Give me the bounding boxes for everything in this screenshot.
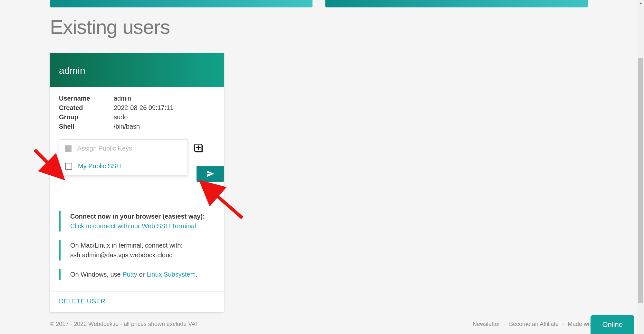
indeterminate-icon	[65, 145, 72, 152]
kv-created: Created 2022-08-26 09:17:11	[59, 104, 215, 112]
footer-affiliate-link[interactable]: Become an Affiliate	[509, 321, 559, 327]
created-value: 2022-08-26 09:17:11	[114, 104, 174, 112]
shell-label: Shell	[59, 123, 114, 130]
footer-links: Newsletter - Become an Affiliate - Made …	[473, 321, 594, 328]
scrollbar-up-button[interactable]	[637, 0, 644, 7]
group-label: Group	[59, 113, 114, 121]
chevron-up-icon	[639, 2, 642, 5]
kv-username: Username admin	[59, 95, 215, 102]
add-key-button[interactable]	[194, 144, 204, 153]
connect-section: Connect now in your browser (easiest way…	[50, 211, 224, 291]
connect-browser-block: Connect now in your browser (easiest way…	[59, 211, 215, 231]
kv-group: Group sudo	[59, 113, 215, 121]
username-label: Username	[59, 95, 114, 102]
user-card-footer: DELETE USER	[50, 291, 224, 312]
connect-maclinux-line2: ssh admin@das.vps.webdock.cloud	[70, 250, 215, 260]
assign-keys-area: Assign Public Keys My Public SSH	[59, 139, 215, 175]
scrollbar-thumb[interactable]	[638, 58, 643, 303]
add-key-plus-icon	[194, 144, 204, 153]
checkbox-my-public-ssh[interactable]	[65, 163, 72, 170]
delete-user-button[interactable]: DELETE USER	[59, 298, 105, 305]
user-card-admin: admin Username admin Created 2022-08-26 …	[50, 53, 224, 312]
footer-copyright: © 2017 - 2022 Webdock.io - all prices sh…	[50, 321, 199, 328]
connect-maclinux-line1: On Mac/Linux in terminal, connect with:	[70, 241, 215, 250]
user-card-header: admin	[50, 53, 224, 87]
page-root: Existing users admin Username admin Crea…	[0, 0, 644, 334]
assign-keys-dropdown[interactable]: Assign Public Keys My Public SSH	[59, 139, 188, 175]
putty-link[interactable]: Putty	[122, 271, 137, 278]
teal-bar-right	[325, 0, 588, 7]
footer-bar: © 2017 - 2022 Webdock.io - all prices sh…	[0, 314, 644, 334]
connect-maclinux-block: On Mac/Linux in terminal, connect with: …	[59, 240, 215, 260]
assign-keys-header-label: Assign Public Keys	[77, 145, 132, 152]
online-status-label: Online	[602, 320, 623, 329]
footer-sep: -	[562, 321, 564, 327]
footer-sep: -	[504, 321, 505, 327]
web-ssh-terminal-link[interactable]: Click to connect with our Web SSH Termin…	[70, 222, 196, 230]
created-label: Created	[59, 104, 114, 112]
online-status-badge[interactable]: Online	[591, 315, 634, 334]
footer-madewith-link[interactable]: Made with	[568, 321, 594, 327]
top-teal-bars	[50, 0, 594, 7]
send-icon	[206, 170, 215, 178]
assign-keys-dropdown-header[interactable]: Assign Public Keys	[59, 140, 187, 157]
connect-windows-block: On Windows, use Putty or Linux Subsystem…	[59, 269, 215, 280]
assign-keys-option-my-public-ssh[interactable]: My Public SSH	[59, 157, 187, 175]
user-card-body: Username admin Created 2022-08-26 09:17:…	[50, 87, 224, 175]
teal-bar-left	[50, 0, 312, 7]
connect-windows-suffix: .	[196, 271, 197, 278]
submit-assign-keys-button[interactable]	[197, 166, 224, 182]
user-card-name: admin	[59, 65, 85, 76]
linux-subsystem-link[interactable]: Linux Subsystem	[147, 271, 196, 278]
username-value: admin	[114, 95, 131, 102]
shell-value: /bin/bash	[114, 123, 140, 130]
connect-browser-heading: Connect now in your browser (easiest way…	[70, 211, 215, 221]
assign-keys-option-label: My Public SSH	[78, 162, 121, 170]
vertical-scrollbar[interactable]	[637, 0, 644, 334]
page-title: Existing users	[50, 15, 594, 38]
connect-windows-prefix: On Windows, use	[70, 271, 122, 278]
group-value: sudo	[114, 113, 128, 121]
footer-newsletter-link[interactable]: Newsletter	[473, 321, 500, 327]
connect-windows-mid: or	[137, 271, 147, 278]
kv-shell: Shell /bin/bash	[59, 123, 215, 130]
